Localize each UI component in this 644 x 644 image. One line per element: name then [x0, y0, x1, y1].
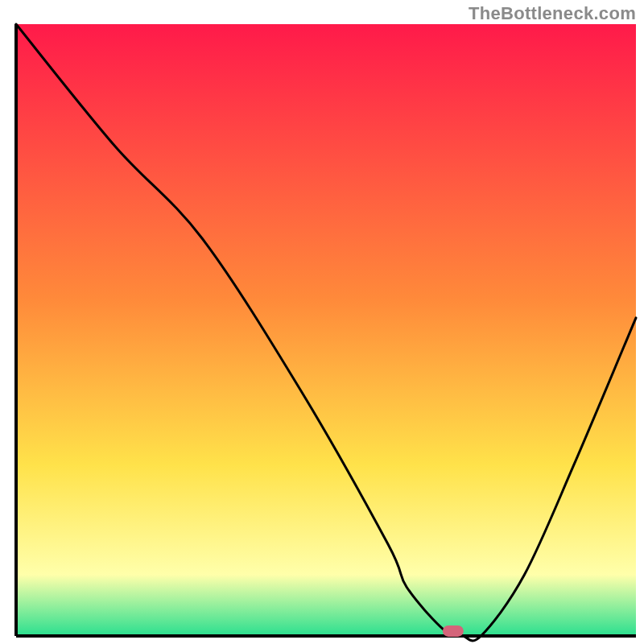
watermark-text: TheBottleneck.com [469, 3, 636, 24]
plot-background [16, 24, 636, 636]
optimal-marker [443, 625, 464, 637]
chart-container: { "watermark": "TheBottleneck.com", "cha… [0, 0, 644, 644]
bottleneck-chart [0, 0, 644, 644]
